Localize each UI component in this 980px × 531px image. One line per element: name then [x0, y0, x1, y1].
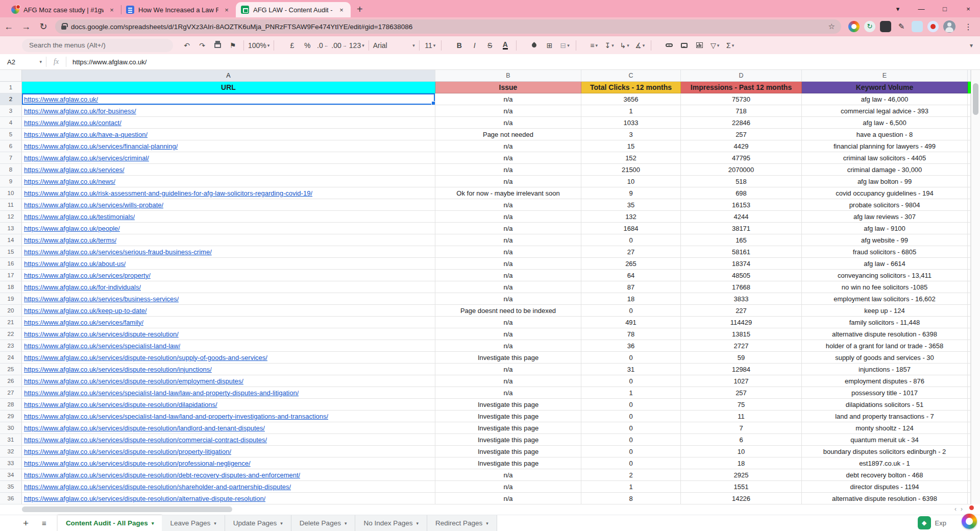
reload-icon[interactable]: ↻ — [35, 21, 52, 32]
clicks-cell[interactable]: 132 — [581, 211, 681, 223]
url-link[interactable]: https://www.afglaw.co.uk/services/specia… — [24, 342, 180, 350]
bold-button[interactable]: B — [453, 39, 466, 52]
clicks-cell[interactable]: 0 — [581, 457, 681, 469]
url-link[interactable]: https://www.afglaw.co.uk/services/busine… — [24, 295, 179, 303]
impressions-cell[interactable]: 14226 — [681, 493, 802, 504]
clicks-cell[interactable]: 0 — [581, 305, 681, 317]
search-menus-input[interactable]: Search the menus (Alt+/) — [22, 39, 173, 52]
url-cell[interactable]: https://www.afglaw.co.uk/services/seriou… — [22, 246, 435, 258]
more-formats-button[interactable]: 123▾ — [349, 39, 364, 52]
clicks-cell[interactable]: 36 — [581, 340, 681, 352]
scroll-arrows[interactable]: ‹› — [954, 505, 967, 513]
clicks-cell[interactable]: 0 — [581, 422, 681, 434]
url-link[interactable]: https://www.afglaw.co.uk/keep-up-to-date… — [24, 307, 147, 315]
sheet-tab-menu-icon[interactable]: ▾ — [486, 521, 488, 526]
horizontal-align-icon[interactable]: ≡▾ — [587, 39, 601, 52]
clicks-cell[interactable]: 27 — [581, 246, 681, 258]
clicks-cell[interactable]: 15 — [581, 140, 681, 152]
impressions-cell[interactable]: 718 — [681, 105, 802, 117]
extension-fab-icon[interactable] — [962, 514, 977, 529]
clicks-cell[interactable]: 1033 — [581, 117, 681, 129]
url-link[interactable]: https://www.afglaw.co.uk/services/disput… — [24, 401, 217, 408]
clicks-cell[interactable]: 265 — [581, 258, 681, 270]
clicks-cell[interactable]: 0 — [581, 446, 681, 457]
url-cell[interactable]: https://www.afglaw.co.uk/services/family… — [22, 317, 435, 328]
extension-pin-icon[interactable] — [927, 21, 939, 32]
issue-cell[interactable]: n/a — [435, 364, 581, 375]
keyword-cell[interactable]: afg law - 6,500 — [802, 117, 968, 129]
clicks-cell[interactable]: 31 — [581, 364, 681, 375]
row-number[interactable]: 15 — [0, 246, 22, 258]
issue-cell[interactable]: Investigate this page — [435, 457, 581, 469]
tab-close-icon[interactable]: × — [223, 6, 231, 14]
keyword-cell[interactable]: est1897.co.uk - 1 — [802, 457, 968, 469]
clicks-cell[interactable]: 21500 — [581, 164, 681, 176]
keyword-cell[interactable]: fraud solicitors - 6805 — [802, 246, 968, 258]
url-cell[interactable]: https://www.afglaw.co.uk/contact/ — [22, 117, 435, 129]
issue-cell[interactable]: n/a — [435, 481, 581, 493]
issue-cell[interactable]: n/a — [435, 93, 581, 105]
issue-cell[interactable]: n/a — [435, 375, 581, 387]
undo-icon[interactable]: ↶ — [180, 39, 193, 52]
row-number[interactable]: 31 — [0, 434, 22, 446]
url-link[interactable]: https://www.afglaw.co.uk/services/seriou… — [24, 248, 212, 256]
print-icon[interactable] — [211, 39, 224, 52]
issue-cell[interactable]: n/a — [435, 328, 581, 340]
row-number[interactable]: 17 — [0, 270, 22, 281]
impressions-cell[interactable]: 47795 — [681, 152, 802, 164]
url-cell[interactable]: https://www.afglaw.co.uk/services/busine… — [22, 293, 435, 305]
keyword-cell[interactable]: criminal damage - 30,000 — [802, 164, 968, 176]
url-link[interactable]: https://www.afglaw.co.uk/ — [24, 95, 98, 103]
formula-input[interactable]: https://www.afglaw.co.uk/ — [66, 58, 146, 66]
url-cell[interactable]: https://www.afglaw.co.uk/services/disput… — [22, 493, 435, 504]
url-link[interactable]: https://www.afglaw.co.uk/services/financ… — [24, 142, 178, 150]
keyword-cell[interactable]: afg law - 9100 — [802, 223, 968, 234]
clicks-cell[interactable]: 0 — [581, 234, 681, 246]
row-number[interactable]: 1 — [0, 82, 22, 93]
toolbar-collapse-icon[interactable]: ▾ — [970, 42, 973, 49]
url-link[interactable]: https://www.afglaw.co.uk/services/disput… — [24, 483, 291, 491]
clicks-cell[interactable]: 9 — [581, 187, 681, 199]
url-link[interactable]: https://www.afglaw.co.uk/for-business/ — [24, 107, 136, 115]
row-number[interactable]: 20 — [0, 305, 22, 317]
url-link[interactable]: https://www.afglaw.co.uk/services/disput… — [24, 436, 267, 444]
url-link[interactable]: https://www.afglaw.co.uk/services/disput… — [24, 330, 179, 338]
row-number[interactable]: 10 — [0, 187, 22, 199]
url-cell[interactable]: https://www.afglaw.co.uk/services/specia… — [22, 387, 435, 399]
url-link[interactable]: https://www.afglaw.co.uk/for-individuals… — [24, 283, 141, 291]
filter-icon[interactable]: ▽▾ — [708, 39, 722, 52]
profile-avatar[interactable] — [943, 20, 955, 33]
sheet-tab-menu-icon[interactable]: ▾ — [416, 521, 419, 526]
row-number[interactable]: 33 — [0, 457, 22, 469]
sheet-tab[interactable]: Delete Pages▾ — [291, 515, 356, 531]
issue-cell[interactable]: n/a — [435, 270, 581, 281]
url-link[interactable]: https://www.afglaw.co.uk/services/ — [24, 166, 125, 174]
keyword-cell[interactable]: afg website - 99 — [802, 234, 968, 246]
impressions-cell[interactable]: 10 — [681, 446, 802, 457]
sheet-tab[interactable]: Content Audit - All Pages▾ — [58, 515, 162, 531]
fill-color-icon[interactable] — [528, 39, 541, 52]
header-cell[interactable]: URL — [22, 82, 435, 93]
issue-cell[interactable]: Investigate this page — [435, 434, 581, 446]
keyword-cell[interactable]: covid occupancy guidelines - 194 — [802, 187, 968, 199]
text-rotation-icon[interactable]: ∡▾ — [633, 39, 647, 52]
vertical-align-icon[interactable]: ↧▾ — [603, 39, 616, 52]
sheet-tab[interactable]: Leave Pages▾ — [162, 515, 225, 531]
clicks-cell[interactable]: 8 — [581, 493, 681, 504]
impressions-cell[interactable]: 3833 — [681, 293, 802, 305]
url-cell[interactable]: https://www.afglaw.co.uk/for-individuals… — [22, 281, 435, 293]
decrease-decimal-button[interactable]: .0← — [316, 39, 329, 52]
impressions-cell[interactable]: 38171 — [681, 223, 802, 234]
row-number[interactable]: 29 — [0, 411, 22, 422]
issue-cell[interactable]: n/a — [435, 493, 581, 504]
impressions-cell[interactable]: 6 — [681, 434, 802, 446]
row-number[interactable]: 23 — [0, 340, 22, 352]
row-number[interactable]: 6 — [0, 140, 22, 152]
row-number[interactable]: 19 — [0, 293, 22, 305]
clicks-cell[interactable]: 3656 — [581, 93, 681, 105]
impressions-cell[interactable]: 75 — [681, 399, 802, 411]
keyword-cell[interactable]: probate solicitors - 9804 — [802, 199, 968, 211]
column-header[interactable]: A — [22, 70, 435, 82]
url-cell[interactable]: https://www.afglaw.co.uk/for-business/ — [22, 105, 435, 117]
text-color-button[interactable]: A — [499, 39, 512, 52]
